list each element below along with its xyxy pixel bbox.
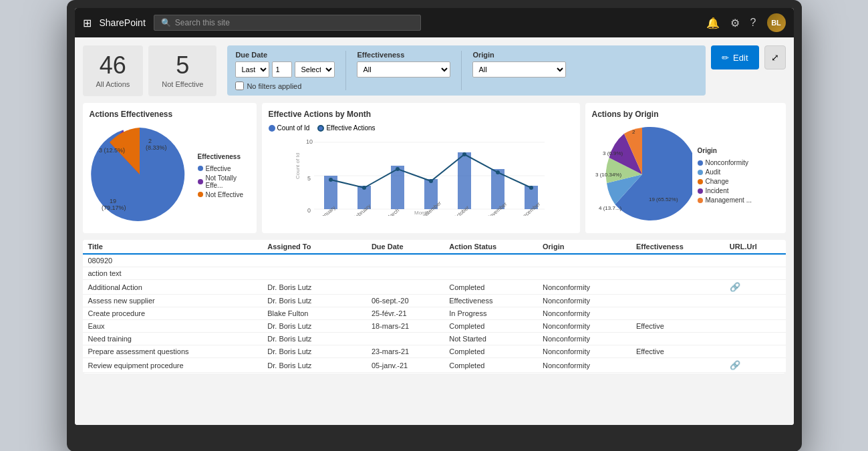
cell-assigned <box>262 267 366 280</box>
notifications-icon[interactable]: 🔔 <box>706 17 720 29</box>
cell-title: 080920 <box>83 254 263 267</box>
due-date-select[interactable]: Last <box>235 61 269 78</box>
cell-status: Completed <box>444 320 537 333</box>
table-row: Create procedureBlake Fulton25-févr.-21I… <box>83 307 786 320</box>
table-row: Additional ActionDr. Boris LutzCompleted… <box>83 280 786 295</box>
nonconformity-dot <box>698 160 703 166</box>
change-label: Change <box>706 178 729 185</box>
cell-url <box>724 267 786 280</box>
no-filters-checkbox[interactable] <box>235 82 244 90</box>
cell-url <box>724 295 786 307</box>
cell-due <box>366 373 444 374</box>
actions-effectiveness-title: Actions Effectiveness <box>90 110 250 119</box>
svg-point-24 <box>496 170 500 174</box>
cell-url: 🔗 <box>724 280 786 295</box>
cell-origin <box>537 267 631 280</box>
effective-actions-label: Effective Actions <box>326 124 375 132</box>
effectiveness-label: Effectiveness <box>357 51 450 59</box>
svg-text:0: 0 <box>307 207 311 214</box>
effectiveness-select[interactable]: All <box>357 61 450 78</box>
svg-point-19 <box>329 178 333 182</box>
svg-text:19: 19 <box>110 198 116 204</box>
cell-assigned <box>262 254 366 267</box>
audit-label: Audit <box>706 168 721 176</box>
search-input[interactable] <box>175 18 414 27</box>
filter-divider-1 <box>345 51 346 90</box>
monitor-screen: ⊞ SharePoint 🔍 🔔 ⚙ ? BL 46 All <box>75 8 794 425</box>
cell-origin <box>537 254 631 267</box>
svg-text:(79.17%): (79.17%) <box>102 204 126 211</box>
table-body: 080920action textAdditional ActionDr. Bo… <box>83 254 786 373</box>
bar-line-svg: 10 5 0 Count of Id <box>269 136 573 216</box>
svg-text:2: 2 <box>148 138 152 144</box>
cell-title: Assess new supplier <box>83 295 263 307</box>
grid-icon[interactable]: ⊞ <box>83 17 92 29</box>
cell-title: action text <box>83 267 263 280</box>
cell-status: Completed <box>444 280 537 295</box>
count-id-label: Count of Id <box>277 124 310 132</box>
svg-text:Month: Month <box>414 210 429 216</box>
actions-effectiveness-chart: Actions Effectiveness 2 <box>83 103 257 233</box>
edit-button[interactable]: ✏ Edit <box>711 45 758 69</box>
cell-effectiveness <box>631 280 724 295</box>
due-date-number[interactable] <box>272 61 292 78</box>
count-id-dot <box>269 125 275 132</box>
cell-due: 18-mars-21 <box>366 320 444 333</box>
not-totally-label: Not Totally Effe... <box>206 174 250 189</box>
actions-table: Title Assigned To Due Date Action Status… <box>83 240 786 373</box>
charts-row: Actions Effectiveness 2 <box>83 103 786 233</box>
svg-text:2: 2 <box>632 129 635 135</box>
table-row: Prepare assessment questionsDr. Boris Lu… <box>83 345 786 358</box>
effective-dot <box>198 166 203 171</box>
expand-button[interactable]: ⤢ <box>764 45 786 69</box>
cell-title: Send Tech <box>83 373 263 374</box>
col-title: Title <box>83 240 263 254</box>
no-filters-row: No filters applied <box>235 82 335 90</box>
edit-label: Edit <box>733 53 748 63</box>
origin-label: Origin <box>472 51 566 59</box>
kpi-all-actions-value: 46 <box>96 53 130 78</box>
cell-origin: Nonconformity <box>537 373 631 374</box>
toolbar: 46 All Actions 5 Not Effective Due Date <box>83 45 786 96</box>
cell-origin: Nonconformity <box>537 295 631 307</box>
data-table: Title Assigned To Due Date Action Status… <box>83 240 786 373</box>
cell-status: Completed <box>444 345 537 358</box>
svg-rect-16 <box>458 152 471 209</box>
origin-pie-svg: 19 (65.52%) 4 (13.7...) 3 (10.34%) 3 (6.… <box>592 124 692 227</box>
url-link-icon[interactable]: 🔗 <box>730 282 740 292</box>
cell-title: Create procedure <box>83 307 263 320</box>
not-effective-dot <box>198 192 203 197</box>
cell-due: 05-janv.-21 <box>366 358 444 373</box>
settings-icon[interactable]: ⚙ <box>730 17 740 29</box>
col-assigned: Assigned To <box>262 240 366 254</box>
expand-icon: ⤢ <box>771 52 779 63</box>
col-effectiveness: Effectiveness <box>631 240 724 254</box>
pie-chart-content: 2 (8.33%) 3 (12.5%) 19 (79.17%) Effectiv… <box>90 124 250 227</box>
cell-assigned: Dr. Boris Lutz <box>262 320 366 333</box>
cell-url <box>724 320 786 333</box>
kpi-not-effective-label: Not Effective <box>162 80 203 88</box>
pie-svg: 2 (8.33%) 3 (12.5%) 19 (79.17%) <box>90 124 190 227</box>
col-origin: Origin <box>537 240 631 254</box>
effectiveness-legend: Effectiveness Effective Not Totally Effe… <box>198 153 250 198</box>
legend-management: Management ... <box>698 196 752 204</box>
url-link-icon[interactable]: 🔗 <box>730 360 740 370</box>
help-icon[interactable]: ? <box>750 17 756 29</box>
incident-label: Incident <box>706 187 729 194</box>
kpi-all-actions-label: All Actions <box>96 80 130 88</box>
cell-title: Additional Action <box>83 280 263 295</box>
svg-text:3 (12.5%): 3 (12.5%) <box>99 147 125 154</box>
change-dot <box>698 179 703 184</box>
management-dot <box>698 198 703 203</box>
no-filters-label: No filters applied <box>247 82 301 90</box>
legend-effective: Effective <box>198 165 250 172</box>
svg-text:Count of Id: Count of Id <box>295 153 301 179</box>
origin-select[interactable]: All <box>472 61 566 78</box>
due-date-period[interactable]: Select <box>295 61 335 78</box>
cell-assigned: Dr. Boris Lutz <box>262 333 366 345</box>
avatar[interactable]: BL <box>767 13 786 32</box>
nonconformity-label: Nonconformity <box>706 159 748 166</box>
legend-count-id: Count of Id <box>269 124 310 132</box>
legend-not-effective: Not Effective <box>198 191 250 198</box>
incident-dot <box>698 188 703 194</box>
